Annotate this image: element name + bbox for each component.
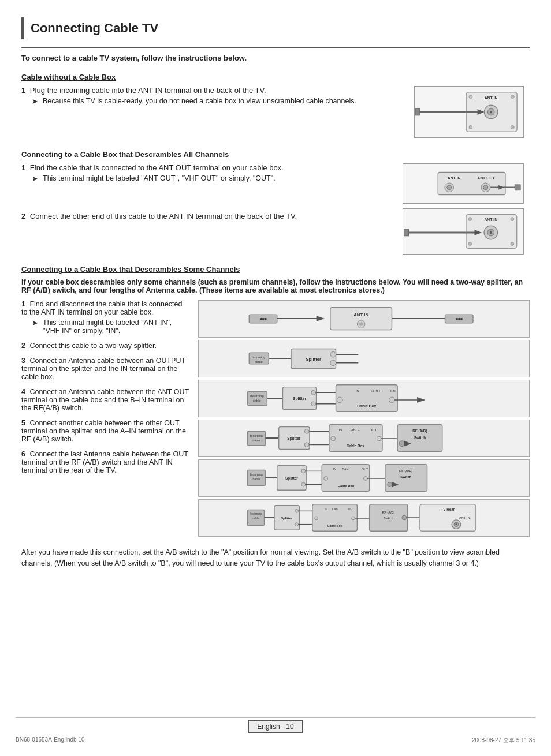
svg-point-29: [468, 242, 472, 246]
page-footer: English - 10 BN68-01653A-Eng.indb 10 200…: [0, 717, 551, 744]
section3-intro: If your cable box descrambles only some …: [21, 278, 530, 294]
svg-text:Cable Box: Cable Box: [357, 404, 376, 408]
svg-text:IN: IN: [338, 428, 342, 432]
svg-point-61: [311, 390, 316, 395]
svg-point-90: [377, 436, 381, 441]
svg-text:OUT: OUT: [348, 508, 354, 511]
svg-text:TV Rear: TV Rear: [441, 507, 455, 511]
section2-diagram1: ANT IN ANT OUT: [403, 163, 524, 204]
svg-point-70: [337, 397, 342, 403]
svg-text:RF (A/B): RF (A/B): [399, 469, 412, 473]
s3-diag6: Incoming cable Splitter IN CAB.: [198, 499, 530, 537]
svg-text:cable: cable: [255, 360, 263, 364]
svg-text:Incoming: Incoming: [250, 512, 262, 515]
svg-text:Incoming: Incoming: [250, 473, 263, 476]
svg-text:Cable Box: Cable Box: [338, 484, 355, 488]
section3: Connecting to a Cable Box that Descrambl…: [21, 265, 530, 539]
svg-text:cable: cable: [253, 477, 260, 481]
svg-text:Splitter: Splitter: [281, 517, 293, 520]
section2-diagrams: ANT IN ANT OUT ANT IN: [403, 163, 530, 255]
svg-rect-20: [515, 185, 520, 190]
svg-text:Switch: Switch: [414, 436, 426, 440]
section1-title: Cable without a Cable Box: [21, 73, 530, 81]
section1-diagram: ANT IN: [414, 86, 530, 140]
s3-diag2: Incoming cable Splitter: [198, 340, 530, 377]
svg-text:Incoming: Incoming: [250, 434, 263, 437]
svg-rect-32: [404, 229, 409, 236]
s3-step4: 4 Connect an Antenna cable between the A…: [21, 388, 189, 412]
svg-text:■■■: ■■■: [456, 317, 463, 321]
doc-right: 2008-08-27 오후 5:11:35: [472, 736, 535, 744]
doc-info: BN68-01653A-Eng.indb 10 2008-08-27 오후 5:…: [16, 736, 535, 744]
svg-point-141: [402, 515, 407, 520]
svg-text:Cable Box: Cable Box: [347, 444, 364, 448]
svg-marker-73: [417, 397, 426, 403]
svg-text:Incoming: Incoming: [252, 355, 266, 359]
svg-text:CABLE: CABLE: [349, 428, 360, 432]
section3-layout: 1 Find and disconnect the cable that is …: [21, 300, 530, 539]
svg-text:CAB.: CAB.: [332, 508, 338, 511]
svg-point-51: [330, 351, 336, 357]
svg-rect-10: [415, 108, 420, 115]
svg-point-112: [324, 477, 328, 481]
svg-text:cable: cable: [252, 517, 259, 520]
svg-point-7: [469, 125, 472, 129]
footer-page-label: English - 10: [248, 720, 302, 733]
section2-title: Connecting to a Cable Box that Descrambl…: [21, 150, 530, 159]
svg-point-5: [469, 95, 472, 99]
svg-point-18: [483, 185, 488, 190]
s3-step1-note: ➤ This terminal might be labeled "ANT IN…: [32, 319, 189, 335]
s3-diag4: Incoming cable Splitter IN CABLE: [198, 420, 530, 457]
svg-text:ANT IN: ANT IN: [484, 218, 497, 222]
section1: Cable without a Cable Box 1 Plug the inc…: [21, 73, 530, 140]
s3-step1: 1 Find and disconnect the cable that is …: [21, 300, 189, 335]
s3-step6: 6 Connect the last Antenna cable between…: [21, 450, 189, 474]
svg-text:RF (A/B): RF (A/B): [382, 511, 395, 514]
step1-s1: 1 Plug the incoming cable into the ANT I…: [21, 86, 403, 95]
svg-text:cable: cable: [253, 399, 261, 402]
section2-step1-note: ➤ This terminal might be labeled "ANT OU…: [32, 174, 393, 183]
section3-title: Connecting to a Cable Box that Descrambl…: [21, 265, 530, 274]
svg-text:Splitter: Splitter: [285, 476, 298, 481]
s3-step2: 2 Connect this cable to a two-way splitt…: [21, 342, 189, 350]
svg-point-95: [399, 441, 405, 447]
svg-point-52: [330, 360, 336, 366]
svg-text:IN: IN: [333, 467, 336, 471]
svg-point-27: [468, 218, 472, 221]
page-title-bar: Connecting Cable TV: [21, 17, 530, 39]
svg-text:ANT IN: ANT IN: [353, 312, 368, 317]
svg-text:cable: cable: [253, 439, 260, 442]
svg-point-89: [331, 436, 336, 441]
svg-marker-37: [317, 316, 325, 321]
svg-point-81: [304, 443, 309, 447]
svg-point-4: [490, 111, 492, 113]
svg-text:Splitter: Splitter: [306, 357, 321, 362]
svg-text:ANT IN: ANT IN: [448, 176, 461, 180]
section3-diagrams-col: ■■■ ANT IN ■■■: [198, 300, 530, 539]
section3-steps-col: 1 Find and disconnect the cable that is …: [21, 300, 189, 481]
s3-diag1: ■■■ ANT IN ■■■: [198, 300, 530, 338]
svg-point-136: [352, 517, 355, 520]
after-note: After you have made this connection, set…: [21, 547, 530, 569]
step1-s1-note: ➤ Because this TV is cable-ready, you do…: [32, 97, 403, 106]
s3-step3: 3 Connect an Antenna cable between an OU…: [21, 357, 189, 381]
svg-text:Switch: Switch: [400, 475, 411, 478]
intro-text: To connect to a cable TV system, follow …: [21, 54, 530, 62]
s3-step5: 5 Connect another cable between the othe…: [21, 419, 189, 443]
s3-diag5: Incoming cable Splitter IN CANL.: [198, 459, 530, 497]
svg-point-16: [447, 185, 452, 190]
svg-point-28: [511, 218, 514, 221]
svg-point-8: [511, 125, 514, 129]
svg-point-126: [295, 509, 299, 512]
svg-text:ANT IN: ANT IN: [485, 96, 498, 100]
svg-point-113: [364, 477, 368, 481]
svg-text:CANL.: CANL.: [342, 467, 351, 471]
svg-text:RF (A/B): RF (A/B): [412, 429, 427, 433]
svg-point-104: [301, 482, 306, 486]
ant-in-svg: ANT IN: [414, 86, 524, 138]
svg-point-80: [304, 429, 309, 434]
svg-text:OUT: OUT: [389, 389, 396, 393]
svg-point-26: [490, 231, 492, 234]
svg-text:Splitter: Splitter: [287, 436, 301, 441]
svg-text:Splitter: Splitter: [293, 396, 307, 401]
